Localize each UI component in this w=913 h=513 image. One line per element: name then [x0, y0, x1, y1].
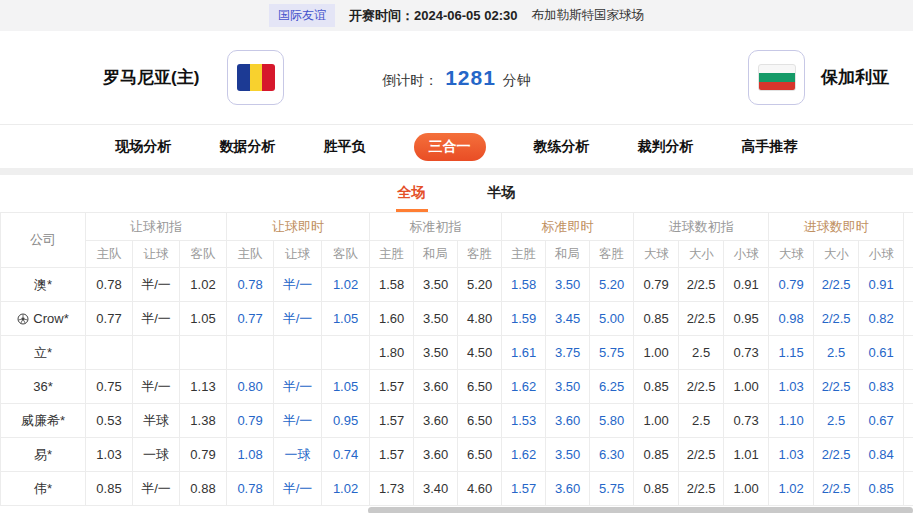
odds-cell[interactable]: 0.77 [227, 302, 274, 336]
odds-cell[interactable]: 3.60 [546, 472, 590, 506]
company-cell[interactable]: Crow* [1, 302, 86, 336]
odds-cell[interactable]: 一球 [133, 438, 180, 472]
odds-cell[interactable]: 1.02 [769, 472, 814, 506]
odds-cell[interactable]: 1.13 [180, 370, 227, 404]
odds-cell[interactable]: 1.00 [724, 472, 769, 506]
odds-cell[interactable]: 6.30 [590, 438, 634, 472]
odds-cell[interactable]: 2.5 [679, 404, 724, 438]
odds-cell[interactable]: 0.79 [634, 268, 679, 302]
nav-tab-5[interactable]: 教练分析 [534, 138, 590, 156]
odds-cell[interactable]: 0.78 [227, 268, 274, 302]
odds-cell[interactable]: 2/2.5 [679, 438, 724, 472]
nav-tab-3[interactable]: 胜平负 [324, 138, 366, 156]
odds-cell[interactable]: 5.20 [590, 268, 634, 302]
odds-cell[interactable]: 1.61 [502, 336, 546, 370]
odds-cell[interactable]: 3.60 [414, 404, 458, 438]
odds-cell[interactable]: 0.78 [227, 472, 274, 506]
odds-cell[interactable]: 0.85 [86, 472, 133, 506]
odds-cell[interactable]: 3.50 [546, 438, 590, 472]
league-badge[interactable]: 国际友谊 [269, 4, 335, 27]
odds-cell[interactable]: 1.62 [502, 370, 546, 404]
odds-cell[interactable]: 1.01 [724, 438, 769, 472]
odds-cell[interactable]: 3.60 [414, 438, 458, 472]
odds-cell[interactable]: 3.50 [414, 336, 458, 370]
odds-cell[interactable]: 0.67 [859, 404, 904, 438]
odds-cell[interactable]: 1.00 [634, 404, 679, 438]
odds-cell[interactable]: 半/一 [274, 472, 322, 506]
odds-cell[interactable]: 0.75 [86, 370, 133, 404]
company-cell[interactable]: 伟* [1, 472, 86, 506]
odds-cell[interactable]: 6.50 [458, 404, 502, 438]
odds-cell[interactable]: 1.53 [502, 404, 546, 438]
odds-cell[interactable]: 2/2.5 [679, 370, 724, 404]
odds-cell[interactable]: 0.95 [724, 302, 769, 336]
odds-cell[interactable]: 1.60 [370, 302, 414, 336]
odds-cell[interactable]: 0.91 [859, 268, 904, 302]
odds-cell[interactable]: 0.88 [180, 472, 227, 506]
odds-cell[interactable]: 1.80 [370, 336, 414, 370]
nav-tab-4[interactable]: 三合一 [414, 133, 486, 161]
odds-cell[interactable]: 2/2.5 [679, 472, 724, 506]
odds-cell[interactable]: 3.60 [414, 370, 458, 404]
odds-cell[interactable]: 1.02 [180, 268, 227, 302]
odds-cell[interactable]: 1.00 [634, 336, 679, 370]
odds-cell[interactable]: 半/一 [274, 370, 322, 404]
odds-cell[interactable]: 2.5 [679, 336, 724, 370]
odds-cell[interactable]: 5.75 [590, 472, 634, 506]
odds-cell[interactable]: 2.5 [814, 404, 859, 438]
odds-cell[interactable]: 1.05 [322, 370, 370, 404]
company-cell[interactable]: 立* [1, 336, 86, 370]
odds-cell[interactable]: 0.53 [86, 404, 133, 438]
odds-cell[interactable]: 0.78 [86, 268, 133, 302]
odds-cell[interactable]: 半/一 [274, 302, 322, 336]
odds-cell[interactable]: 1.38 [180, 404, 227, 438]
odds-cell[interactable]: 0.85 [634, 472, 679, 506]
odds-cell[interactable]: 0.91 [724, 268, 769, 302]
odds-cell[interactable]: 1.57 [370, 370, 414, 404]
odds-cell[interactable]: 2.5 [814, 336, 859, 370]
odds-cell[interactable]: 半/一 [274, 268, 322, 302]
odds-cell[interactable]: 2/2.5 [814, 472, 859, 506]
nav-tab-7[interactable]: 高手推荐 [742, 138, 798, 156]
odds-cell[interactable]: 3.50 [546, 370, 590, 404]
subtab-1[interactable]: 全场 [396, 176, 428, 212]
odds-cell[interactable]: 1.03 [769, 370, 814, 404]
odds-cell[interactable]: 半/一 [133, 302, 180, 336]
odds-cell[interactable]: 0.79 [227, 404, 274, 438]
odds-cell[interactable]: 2/2.5 [814, 370, 859, 404]
odds-cell[interactable]: 3.60 [546, 404, 590, 438]
odds-cell[interactable]: 1.05 [322, 302, 370, 336]
odds-cell[interactable]: 1.57 [370, 404, 414, 438]
odds-cell[interactable]: 1.15 [769, 336, 814, 370]
odds-cell[interactable]: 3.50 [546, 268, 590, 302]
odds-cell[interactable]: 半/一 [274, 404, 322, 438]
odds-cell[interactable]: 1.59 [502, 302, 546, 336]
odds-cell[interactable]: 6.50 [458, 370, 502, 404]
odds-cell[interactable]: 1.62 [502, 438, 546, 472]
odds-cell[interactable]: 1.58 [370, 268, 414, 302]
odds-cell[interactable]: 0.84 [859, 438, 904, 472]
odds-cell[interactable]: 2/2.5 [679, 268, 724, 302]
odds-cell[interactable]: 2/2.5 [814, 438, 859, 472]
odds-cell[interactable]: 1.08 [227, 438, 274, 472]
odds-cell[interactable]: 4.50 [458, 336, 502, 370]
company-cell[interactable]: 威廉希* [1, 404, 86, 438]
odds-cell[interactable]: 1.57 [370, 438, 414, 472]
odds-cell[interactable]: 2/2.5 [814, 268, 859, 302]
odds-cell[interactable]: 0.79 [180, 438, 227, 472]
odds-cell[interactable]: 0.79 [769, 268, 814, 302]
horizontal-scrollbar-thumb[interactable] [368, 507, 913, 513]
odds-cell[interactable]: 1.03 [769, 438, 814, 472]
odds-cell[interactable]: 1.10 [769, 404, 814, 438]
nav-tab-1[interactable]: 现场分析 [116, 138, 172, 156]
odds-cell[interactable]: 1.58 [502, 268, 546, 302]
odds-cell[interactable]: 0.77 [86, 302, 133, 336]
odds-cell[interactable]: 0.95 [322, 404, 370, 438]
odds-cell[interactable]: 0.74 [322, 438, 370, 472]
odds-cell[interactable]: 0.98 [769, 302, 814, 336]
odds-cell[interactable]: 5.75 [590, 336, 634, 370]
odds-cell[interactable]: 5.80 [590, 404, 634, 438]
odds-cell[interactable]: 3.75 [546, 336, 590, 370]
odds-cell[interactable]: 1.05 [180, 302, 227, 336]
nav-tab-6[interactable]: 裁判分析 [638, 138, 694, 156]
